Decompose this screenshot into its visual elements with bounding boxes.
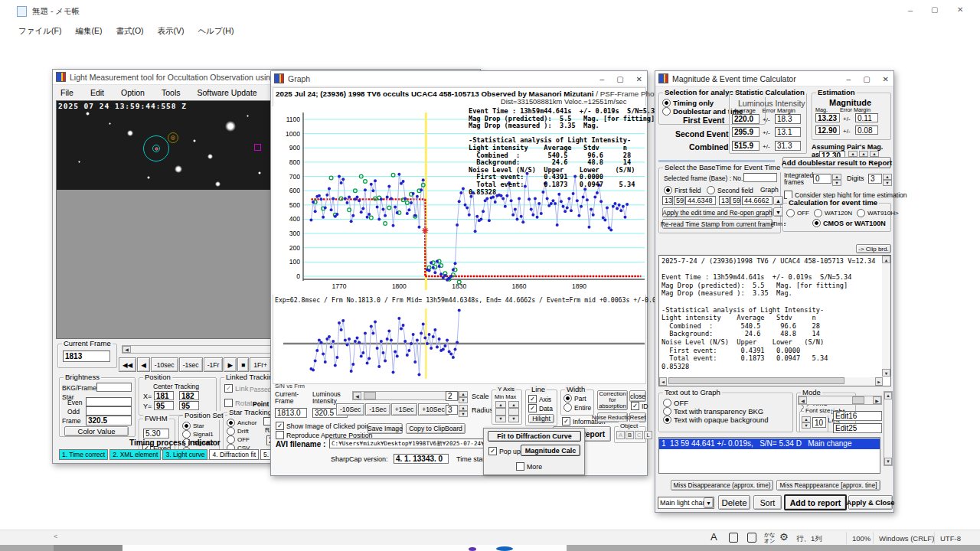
measurement-menu-item[interactable]: File (60, 88, 74, 97)
bkg-frame-input[interactable] (96, 383, 132, 392)
add-doublestar-button[interactable]: Add doublestar result to Report (782, 157, 891, 168)
color-value-button[interactable]: Color Value (64, 426, 129, 436)
scale-input[interactable]: 2 (446, 391, 458, 401)
notepad-menu-item[interactable]: ファイル(F) (18, 26, 61, 37)
close-button[interactable]: close (629, 390, 646, 402)
scrollbar-up-arrow-icon[interactable]: ▲ (884, 392, 892, 399)
time-step-button[interactable]: -10Sec (336, 403, 364, 416)
id-checkbox[interactable]: ID (631, 402, 648, 410)
time2-hour[interactable]: 13 (719, 196, 730, 205)
text-out-radio[interactable]: Text with opaque background (663, 416, 769, 424)
magnitude-error-1[interactable]: 0.11 (855, 113, 878, 122)
apply-edit-time-button[interactable]: Apply the edit time and Re-open graph (662, 207, 773, 217)
calc-event-radio[interactable]: WAT910H> (857, 209, 899, 217)
event-list-selected-item[interactable]: 1 13 59 44.641 +/- 0.019s, S/N= 5.34 D M… (659, 439, 880, 449)
font-size-spinner[interactable]: ▲▼ (802, 416, 811, 429)
time1-sec[interactable]: 44.6348 (685, 196, 716, 205)
graph-minimize-icon[interactable]: – (600, 75, 605, 83)
y-max-spinner[interactable]: ▲▼ (508, 401, 519, 422)
y-min-spinner[interactable]: ▲▼ (495, 401, 506, 422)
time-step-button[interactable]: +1Sec (391, 403, 418, 416)
width-part-radio[interactable]: Part (564, 394, 586, 403)
y-tracking-input[interactable]: 95 (179, 401, 199, 410)
font-size-input[interactable]: 10 (812, 417, 826, 428)
measurement-menu-item[interactable]: Software Update (197, 88, 256, 97)
delete-button[interactable]: Delete (718, 495, 750, 510)
fwhm-input[interactable]: 5.30 (143, 429, 169, 439)
second-event-intensity[interactable]: 295.9 (732, 127, 760, 137)
combined-error[interactable]: 31.3 (775, 141, 801, 151)
even-input[interactable] (86, 397, 132, 406)
graph-maximize-icon[interactable]: ▢ (616, 75, 623, 83)
clip-board-button[interactable]: -> Clip brd. (856, 244, 891, 253)
graph-radius-spinner[interactable]: ▲▼ (459, 405, 468, 415)
notepad-close-icon[interactable]: ✕ (957, 5, 963, 14)
ime-dictionary-icon[interactable] (729, 533, 738, 543)
star-tracking-radio[interactable]: OFF (227, 435, 256, 444)
popup-checkbox[interactable]: Pop up (488, 447, 521, 455)
residual-chart[interactable] (273, 305, 646, 382)
magnitude-calc-button[interactable]: Magnitude Calc (521, 445, 580, 456)
time1-min[interactable]: 59 (674, 196, 684, 205)
first-event-error[interactable]: 18.3 (775, 114, 801, 124)
object-button[interactable]: A (616, 431, 625, 439)
fit-diffraction-button[interactable]: Fit to Diffraction Curve (488, 431, 581, 442)
scrollbar-left-arrow-icon[interactable]: ◀ (122, 346, 131, 353)
miss-disappearance-button[interactable]: Miss Disappearance (approx. time) (671, 480, 773, 491)
time-step-button[interactable]: -1Sec (365, 403, 390, 416)
graph-current-frame-input[interactable]: 1813.0 (275, 408, 307, 418)
playback-button[interactable]: -10sec (151, 357, 178, 372)
ime-add-word-icon[interactable] (747, 533, 756, 543)
text-graph-scrollbar[interactable]: ◀ ▶ (798, 396, 882, 405)
playback-button[interactable]: ▶ (224, 357, 237, 372)
time1-hour[interactable]: 13 (662, 196, 673, 205)
notepad-menu-item[interactable]: 書式(O) (116, 26, 143, 37)
miss-reappearance-button[interactable]: Miss Reapppearance [approx. tine] (776, 480, 880, 491)
calc-event-radio[interactable]: WAT120N (814, 209, 852, 217)
notepad-menu-item[interactable]: 編集(E) (75, 26, 102, 37)
sort-button[interactable]: Sort (753, 495, 782, 510)
playback-button[interactable]: ◀ (137, 357, 150, 372)
scrollbar-thumb[interactable] (364, 392, 376, 399)
measurement-menu-item[interactable]: Option (121, 88, 145, 97)
calc-event-radio[interactable]: OFF (786, 209, 809, 217)
report-text-area[interactable]: 2025-7-24 / (23936)1998 TV6 / UCAC4 458-… (658, 255, 891, 386)
apply-close-button[interactable]: Apply & Close (848, 495, 893, 510)
frame-brightness-input[interactable]: 320.5 (86, 416, 132, 425)
sharpcap-version-input[interactable]: 4. 1. 13343. 0 (394, 454, 449, 464)
playback-button[interactable]: ■ (237, 357, 249, 372)
save-image-button[interactable]: Save Image (368, 423, 403, 434)
scrollbar-right-arrow-icon[interactable]: ▶ (873, 396, 881, 404)
ime-mode-icon[interactable]: A (710, 531, 717, 543)
position-set-radio[interactable]: Star (182, 422, 214, 430)
hilight-button[interactable]: Hilight (528, 414, 554, 423)
calc-minimize-icon[interactable]: – (847, 75, 851, 83)
integrated-frames-input[interactable]: 0 (813, 174, 831, 184)
report-hscrollbar[interactable]: ◀ ▶ (659, 377, 883, 386)
statusbar-scroll-left-icon[interactable]: < (54, 533, 57, 540)
text-out-radio[interactable]: OFF (663, 399, 769, 407)
reread-timestamp-button[interactable]: Re-read Time Stamp from current frame (662, 219, 773, 229)
add-to-report-button[interactable]: Add to report (784, 494, 847, 510)
avi-filename-input[interactable]: C:¥Users¥mizuk¥Desktop¥1998TV6新¥2025-07-… (329, 439, 484, 448)
width-entire-radio[interactable]: Entire (564, 403, 591, 412)
magnitude-2[interactable]: 12.90 (815, 126, 840, 135)
more-checkbox[interactable]: More (516, 462, 542, 471)
first-field-radio[interactable]: First field (664, 186, 701, 194)
notepad-menu-item[interactable]: ヘルプ(H) (198, 26, 234, 37)
time2-min[interactable]: 59 (730, 196, 741, 205)
notepad-menu-item[interactable]: 表示(V) (158, 26, 185, 37)
current-frame-input[interactable]: 1813 (63, 350, 110, 362)
combined-intensity[interactable]: 515.9 (732, 141, 760, 151)
data-checkbox[interactable]: Data (528, 404, 553, 412)
second-field-radio[interactable]: Second field (707, 186, 753, 194)
cmos-radio[interactable]: CMOS or WAT100N (812, 219, 886, 227)
calc-right-vscrollbar[interactable]: ▲ ▼ (884, 391, 893, 466)
position-set-radio[interactable]: Signal1 (182, 430, 214, 439)
second-event-error[interactable]: 13.1 (775, 127, 801, 137)
show-image-checkbox[interactable]: Show Image of Clicked point (276, 422, 372, 430)
copy-clipboard-button[interactable]: Copy to ClipBoard (406, 423, 466, 434)
star-tracking-radio[interactable]: Drift (227, 427, 256, 435)
ime-kana-label[interactable]: かな オン (764, 532, 775, 544)
x-tracking-input[interactable]: 182 (179, 391, 199, 400)
